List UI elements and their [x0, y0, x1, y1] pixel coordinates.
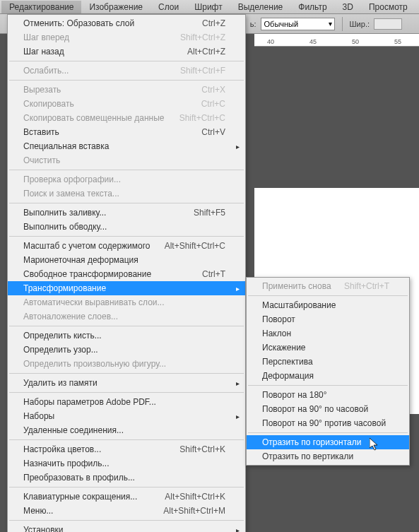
menu-item-label: Поворот на 90° против часовой [262, 418, 386, 428]
edit-menu-item: Определить произвольную фигуру... [8, 357, 245, 371]
horizontal-ruler: 40 45 50 55 [254, 34, 419, 47]
edit-menu-item[interactable]: ВставитьCtrl+V [8, 125, 245, 139]
edit-menu-item[interactable]: Выполнить обводку... [8, 220, 245, 234]
transform-menu-item[interactable]: Деформация [247, 369, 409, 383]
menubar-item-filter[interactable]: Фильтр [290, 1, 334, 13]
menu-item-label: Выполнить обводку... [23, 222, 107, 232]
edit-menu-item: Ослабить...Shift+Ctrl+F [8, 64, 245, 78]
menu-separator [9, 61, 244, 61]
menu-item-label: Специальная вставка [23, 141, 109, 151]
menu-item-label: Вставить [23, 127, 59, 137]
edit-menu-item: Автоматически выравнивать слои... [8, 295, 245, 309]
menu-item-label: Определить произвольную фигуру... [23, 359, 166, 369]
menubar-item-layers[interactable]: Слои [151, 1, 187, 13]
transform-menu-item[interactable]: Поворот на 90° по часовой [247, 402, 409, 416]
menu-item-shortcut: Shift+Ctrl+F [180, 66, 225, 76]
edit-menu-item[interactable]: Удалить из памяти▸ [8, 376, 245, 390]
menu-item-label: Масштаб с учетом содержимого [23, 241, 151, 251]
menu-item-label: Скопировать [23, 99, 74, 109]
edit-menu-item[interactable]: Свободное трансформированиеCtrl+T [8, 267, 245, 281]
menu-separator [9, 487, 244, 487]
menubar-item-edit[interactable]: Редактирование [1, 1, 81, 13]
menu-item-label: Деформация [262, 371, 314, 381]
edit-menu-item[interactable]: Наборы▸ [8, 409, 245, 423]
menu-item-label: Клавиатурные сокращения... [23, 492, 137, 502]
menu-item-shortcut: Ctrl+X [201, 85, 225, 95]
menu-item-label: Марионеточная деформация [23, 255, 138, 265]
transform-menu-item[interactable]: Поворот на 90° против часовой [247, 416, 409, 430]
edit-menu-item[interactable]: Наборы параметров Adobe PDF... [8, 395, 245, 409]
transform-menu-item[interactable]: Наклон [247, 326, 409, 341]
transform-menu-item[interactable]: Масштабирование [247, 298, 409, 312]
edit-menu-item[interactable]: Специальная вставка▸ [8, 139, 245, 153]
style-select[interactable]: Обычный [261, 18, 335, 30]
menu-separator [9, 392, 244, 393]
menu-separator [248, 432, 408, 433]
edit-menu-item[interactable]: Преобразовать в профиль... [8, 471, 245, 485]
transform-menu-item[interactable]: Поворот [247, 312, 409, 326]
width-label: Шир.: [350, 20, 370, 28]
menu-separator [9, 326, 244, 326]
menu-item-label: Ослабить... [23, 66, 69, 76]
edit-menu-item[interactable]: Клавиатурные сокращения...Alt+Shift+Ctrl… [8, 490, 245, 504]
transform-menu-item[interactable]: Отразить по вертикали [247, 449, 409, 463]
menubar: Редактирование Изображение Слои Шрифт Вы… [0, 0, 419, 14]
edit-menu-item: Автоналожение слоев... [8, 309, 245, 324]
menu-item-label: Искажение [262, 343, 306, 353]
menubar-item-image[interactable]: Изображение [81, 1, 151, 13]
menu-item-label: Проверка орфографии... [23, 175, 121, 184]
transform-menu-item[interactable]: Перспектива [247, 355, 409, 369]
edit-menu-item[interactable]: Удаленные соединения... [8, 423, 245, 437]
transform-menu-item[interactable]: Искажение [247, 341, 409, 355]
menu-item-label: Шаг назад [23, 47, 64, 57]
transform-menu-item[interactable]: Поворот на 180° [247, 388, 409, 402]
menu-separator [9, 373, 244, 374]
edit-menu-item[interactable]: Масштаб с учетом содержимогоAlt+Shift+Ct… [8, 239, 245, 253]
menu-item-shortcut: Alt+Ctrl+Z [187, 47, 225, 57]
style-label: ь: [250, 20, 256, 28]
edit-menu-item[interactable]: Шаг назадAlt+Ctrl+Z [8, 45, 245, 59]
menu-item-label: Назначить профиль... [23, 459, 109, 468]
chevron-right-icon: ▸ [236, 526, 240, 533]
menu-item-label: Скопировать совмещенные данные [23, 113, 165, 123]
menubar-item-3d[interactable]: 3D [335, 1, 361, 13]
edit-menu-item[interactable]: Меню...Alt+Shift+Ctrl+M [8, 504, 245, 518]
menu-item-label: Трансформирование [23, 283, 106, 293]
menu-separator [248, 295, 408, 296]
edit-menu-item[interactable]: Трансформирование▸ [8, 281, 245, 295]
edit-menu-item[interactable]: Выполнить заливку...Shift+F5 [8, 206, 245, 220]
menu-item-label: Очистить [23, 155, 60, 165]
menubar-item-type[interactable]: Шрифт [187, 1, 230, 13]
edit-menu-item[interactable]: Настройка цветов...Shift+Ctrl+K [8, 442, 245, 456]
edit-menu-item: Проверка орфографии... [8, 172, 245, 187]
menu-separator [9, 203, 244, 203]
menubar-item-view[interactable]: Просмотр [361, 1, 415, 13]
menu-item-label: Определить кисть... [23, 331, 102, 341]
menu-item-label: Удалить из памяти [23, 378, 98, 388]
menu-item-label: Свободное трансформирование [23, 269, 151, 279]
menu-separator [9, 170, 244, 170]
menu-item-shortcut: Shift+Ctrl+Z [180, 32, 225, 42]
menubar-item-select[interactable]: Выделение [230, 1, 291, 13]
menu-item-label: Удаленные соединения... [23, 425, 124, 435]
menu-item-label: Наклон [262, 329, 291, 338]
transform-menu-item[interactable]: Отразить по горизонтали [247, 435, 409, 449]
edit-menu-item[interactable]: Марионеточная деформация [8, 253, 245, 267]
menu-item-shortcut: Alt+Shift+Ctrl+M [163, 506, 225, 516]
width-input[interactable] [374, 18, 402, 30]
menu-item-label: Вырезать [23, 85, 61, 95]
edit-menu-item[interactable]: Назначить профиль... [8, 456, 245, 471]
edit-menu-item[interactable]: Отменить: Образовать слойCtrl+Z [8, 16, 245, 30]
menu-item-shortcut: Ctrl+T [202, 269, 225, 279]
menu-item-label: Поворот на 90° по часовой [262, 404, 368, 414]
menu-item-label: Меню... [23, 506, 53, 516]
menu-item-label: Настройка цветов... [23, 444, 101, 454]
menubar-item-window[interactable]: Окно [415, 1, 419, 13]
menu-separator [248, 385, 408, 386]
transform-menu-item: Применить сноваShift+Ctrl+T [247, 279, 409, 293]
edit-menu-item: Поиск и замена текста... [8, 187, 245, 201]
edit-menu-item[interactable]: Определить узор... [8, 343, 245, 357]
edit-menu-item[interactable]: Определить кисть... [8, 329, 245, 343]
edit-menu-item[interactable]: Установки▸ [8, 523, 245, 532]
menu-item-label: Наборы [23, 411, 54, 421]
